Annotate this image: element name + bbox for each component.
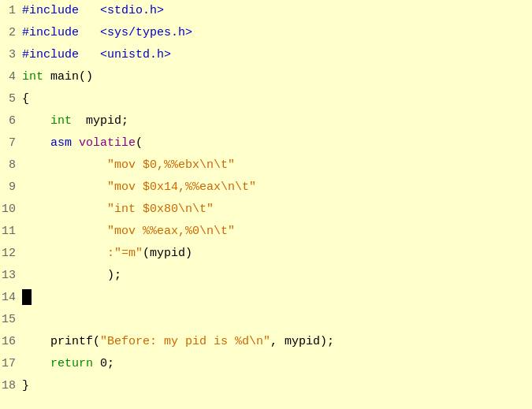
line-content-10: "int $0x80\n\t" — [22, 199, 532, 220]
token: <stdio.h> — [100, 4, 164, 17]
line-content-2: #include <sys/types.h> — [22, 23, 532, 43]
line-num-14: 14 — [0, 288, 22, 308]
line-num-11: 11 — [0, 221, 22, 242]
line-num-4: 4 — [0, 67, 22, 87]
line-content-6: int mypid; — [22, 111, 532, 132]
token: int — [50, 114, 72, 128]
code-line-10: 10 "int $0x80\n\t" — [0, 199, 532, 221]
code-line-8: 8 "mov $0,%%ebx\n\t" — [0, 154, 532, 177]
line-content-18: } — [22, 376, 532, 396]
code-line-9: 9 "mov $0x14,%%eax\n\t" — [0, 177, 532, 199]
line-num-6: 6 — [0, 111, 22, 132]
code-line-2: 2 #include <sys/types.h> — [0, 22, 532, 44]
code-line-13: 13 ); — [0, 265, 532, 287]
code-line-4: 4 int main() — [0, 66, 532, 88]
line-content-13: ); — [22, 266, 532, 286]
line-num-3: 3 — [0, 45, 22, 65]
line-content-1: #include <stdio.h> — [22, 1, 532, 21]
code-line-3: 3 #include <unistd.h> — [0, 44, 532, 66]
token: volatile — [79, 136, 136, 150]
line-content-3: #include <unistd.h> — [22, 45, 532, 65]
line-num-1: 1 — [0, 1, 22, 21]
code-line-18: 18 } — [0, 375, 532, 397]
line-content-9: "mov $0x14,%%eax\n\t" — [22, 177, 532, 198]
token: return — [50, 357, 93, 370]
token: #include — [22, 26, 79, 39]
line-num-10: 10 — [0, 199, 22, 220]
code-line-14: 14 — [0, 287, 532, 309]
line-num-16: 16 — [0, 332, 22, 352]
token: "int $0x80\n\t" — [107, 203, 214, 216]
code-line-17: 17 return 0; — [0, 353, 532, 375]
token: #include — [22, 4, 79, 17]
line-num-12: 12 — [0, 244, 22, 264]
line-num-15: 15 — [0, 310, 22, 330]
line-num-18: 18 — [0, 376, 22, 396]
text-cursor — [22, 289, 32, 305]
line-num-5: 5 — [0, 89, 22, 110]
line-content-16: printf("Before: my pid is %d\n", mypid); — [22, 332, 532, 352]
token: "mov %%eax,%0\n\t" — [107, 225, 235, 238]
line-num-17: 17 — [0, 354, 22, 374]
token: <unistd.h> — [100, 48, 171, 61]
code-line-12: 12 :"=m"(mypid) — [0, 243, 532, 265]
line-num-2: 2 — [0, 23, 22, 43]
token: int — [22, 70, 43, 84]
code-line-5: 5 { — [0, 88, 532, 110]
line-num-7: 7 — [0, 133, 22, 154]
token: <sys/types.h> — [100, 26, 192, 39]
code-line-1: 1 #include <stdio.h> — [0, 0, 532, 22]
code-line-15: 15 — [0, 309, 532, 331]
code-line-16: 16 printf("Before: my pid is %d\n", mypi… — [0, 331, 532, 353]
line-content-7: asm volatile( — [22, 133, 532, 154]
line-content-12: :"=m"(mypid) — [22, 244, 532, 264]
line-num-8: 8 — [0, 155, 22, 176]
token: "mov $0,%%ebx\n\t" — [107, 158, 235, 172]
line-content-8: "mov $0,%%ebx\n\t" — [22, 155, 532, 176]
code-line-6: 6 int mypid; — [0, 110, 532, 132]
line-content-4: int main() — [22, 67, 532, 87]
line-content-14 — [22, 288, 532, 308]
line-content-5: { — [22, 89, 532, 110]
line-num-9: 9 — [0, 177, 22, 198]
line-num-13: 13 — [0, 266, 22, 286]
token: "mov $0x14,%%eax\n\t" — [107, 180, 256, 194]
token: #include — [22, 48, 79, 61]
code-line-7: 7 asm volatile( — [0, 132, 532, 154]
token: "Before: my pid is %d\n" — [100, 335, 270, 348]
line-content-15 — [22, 310, 532, 330]
code-editor: 1 #include <stdio.h> 2 #include <sys/typ… — [0, 0, 532, 409]
token: :"=m" — [107, 247, 143, 260]
token: asm — [50, 136, 72, 150]
line-content-11: "mov %%eax,%0\n\t" — [22, 221, 532, 242]
line-content-17: return 0; — [22, 354, 532, 374]
code-line-11: 11 "mov %%eax,%0\n\t" — [0, 221, 532, 243]
